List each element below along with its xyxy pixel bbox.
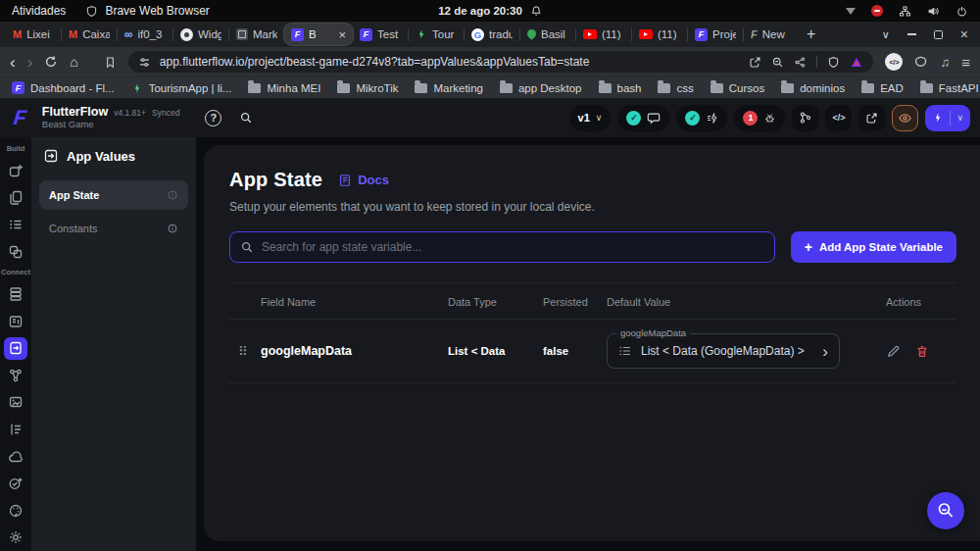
tab-new-project[interactable]: New <box>744 22 799 47</box>
branch-tree-button[interactable] <box>792 105 818 131</box>
integrations-icon[interactable] <box>4 365 27 387</box>
search-input[interactable] <box>262 240 764 254</box>
open-in-new-icon[interactable] <box>749 56 761 69</box>
edit-pencil-icon[interactable] <box>886 344 901 359</box>
search-icon <box>240 240 254 254</box>
app-values-panel: App Values App State Constants <box>31 137 196 551</box>
folder-icon <box>415 83 427 93</box>
extension-blob-icon[interactable] <box>914 55 928 69</box>
site-settings-icon[interactable] <box>138 56 151 69</box>
default-value-field[interactable]: googleMapData List < Data (GoogleMapData… <box>607 333 840 369</box>
tab-widget[interactable]: Widg <box>173 22 228 47</box>
tab-projects[interactable]: Proje <box>688 22 743 47</box>
comments-status-pill[interactable]: ✓ <box>617 105 669 131</box>
volume-icon[interactable] <box>927 5 940 18</box>
drag-handle-icon[interactable]: ⠿ <box>229 344 261 359</box>
tab-maps[interactable]: Basil <box>520 22 575 47</box>
power-icon[interactable] <box>956 5 968 18</box>
focused-app[interactable]: Brave Web Browser <box>85 4 209 18</box>
input-source-icon[interactable] <box>846 8 856 15</box>
bookmark-folder[interactable]: app Desktop <box>500 82 582 94</box>
bookmark-folder[interactable]: dominios <box>781 82 845 94</box>
bookmark-folder[interactable]: Marketing <box>415 82 483 94</box>
tab-active-flutterflow[interactable]: B× <box>284 24 353 45</box>
bookmark-folder[interactable]: Minha MEI <box>248 82 320 94</box>
app-indicator-icon[interactable] <box>871 5 883 17</box>
new-tab-button[interactable]: + <box>799 25 823 43</box>
activities-button[interactable]: Atividades <box>12 4 66 18</box>
tab-translate[interactable]: tradu <box>465 22 519 47</box>
col-field-name: Field Name <box>261 296 448 308</box>
firestore-icon[interactable] <box>4 283 27 306</box>
brave-shield-icon[interactable] <box>827 56 840 69</box>
info-icon[interactable] <box>167 223 178 234</box>
panel-item-app-state[interactable]: App State <box>39 180 188 210</box>
search-fab-button[interactable] <box>927 492 964 529</box>
home-icon[interactable]: ⌂ <box>70 55 77 69</box>
minimize-window-icon[interactable] <box>907 33 916 35</box>
url-bar[interactable]: app.flutterflow.io/project/beast-game-d2… <box>128 51 874 73</box>
bookmark-folder[interactable]: css <box>658 82 693 94</box>
clock[interactable]: 12 de ago 20:30 <box>438 5 542 17</box>
bookmark-folder[interactable]: FastAPI <box>920 82 979 94</box>
restore-window-icon[interactable] <box>934 30 943 39</box>
tab-search-chevron-icon[interactable]: ∨ <box>882 28 890 41</box>
docs-link[interactable]: Docs <box>338 173 389 187</box>
share-icon[interactable] <box>794 56 807 69</box>
tab-gmail-trash[interactable]: MLixei <box>6 22 61 47</box>
menu-icon[interactable]: ≡ <box>961 54 970 71</box>
widget-tree-icon[interactable] <box>4 214 27 236</box>
bookmark-folder[interactable]: Cursos <box>710 82 764 94</box>
view-code-button[interactable]: </> <box>825 105 852 131</box>
branch-version-dropdown[interactable]: v1 ∨ <box>569 105 612 131</box>
preview-eye-button[interactable] <box>892 105 918 131</box>
search-icon[interactable] <box>239 111 253 125</box>
forward-icon[interactable]: › <box>27 54 33 71</box>
settings-gear-icon[interactable] <box>4 526 27 549</box>
help-icon[interactable]: ? <box>205 110 221 126</box>
back-icon[interactable]: ‹ <box>10 54 16 71</box>
close-window-icon[interactable]: × <box>960 26 968 42</box>
network-icon[interactable] <box>899 5 911 18</box>
info-icon[interactable] <box>167 189 178 201</box>
custom-functions-icon[interactable] <box>4 419 27 441</box>
url-text[interactable]: app.flutterflow.io/project/beast-game-d2… <box>160 55 741 69</box>
theme-icon[interactable] <box>4 499 27 522</box>
tab-mark[interactable]: Mark <box>229 22 284 47</box>
media-assets-icon[interactable] <box>4 391 27 414</box>
close-tab-icon[interactable]: × <box>338 28 346 41</box>
delete-trash-icon[interactable] <box>915 344 929 359</box>
app-state-search[interactable] <box>229 231 775 263</box>
tab-gmail-inbox[interactable]: MCaixa <box>62 22 117 47</box>
bookmark-dashboard[interactable]: Dashboard - Fl... <box>12 81 115 94</box>
bookmark-icon[interactable] <box>104 56 117 69</box>
components-icon[interactable] <box>4 240 27 263</box>
app-values-icon[interactable] <box>4 337 27 360</box>
brave-rewards-icon[interactable] <box>850 56 863 69</box>
actions-status-pill[interactable]: ✓ <box>676 105 727 131</box>
panel-item-constants[interactable]: Constants <box>39 214 188 243</box>
tab-youtube-2[interactable]: (11) I <box>632 22 687 47</box>
bookmark-folder[interactable]: EAD <box>861 82 904 94</box>
code-extension-icon[interactable]: </> <box>885 53 903 71</box>
bookmark-folder[interactable]: MikroTik <box>337 82 398 94</box>
open-in-new-button[interactable] <box>858 105 885 131</box>
data-types-icon[interactable] <box>4 310 27 332</box>
chevron-down-icon[interactable]: ∨ <box>956 113 963 123</box>
run-button[interactable]: ∨ <box>925 105 970 131</box>
bookmark-folder[interactable]: bash <box>599 82 642 94</box>
zoom-page-icon[interactable] <box>771 56 784 69</box>
tab-youtube-1[interactable]: (11) I <box>576 22 631 47</box>
bookmark-tourismapp[interactable]: TourismApp | li... <box>131 82 232 94</box>
pages-icon[interactable] <box>4 186 27 209</box>
errors-pill[interactable]: 1 <box>734 105 785 131</box>
tab-test[interactable]: Test <box>353 22 408 47</box>
tab-tourism[interactable]: Tour <box>409 22 464 47</box>
reload-icon[interactable] <box>44 55 58 69</box>
media-control-icon[interactable]: ♫ <box>940 55 950 70</box>
widget-palette-icon[interactable] <box>4 160 27 182</box>
tests-icon[interactable] <box>4 473 27 495</box>
add-app-state-variable-button[interactable]: + Add App State Variable <box>791 231 956 263</box>
api-calls-cloud-icon[interactable] <box>4 445 27 468</box>
tab-if0[interactable]: ∞if0_3 <box>118 22 172 47</box>
